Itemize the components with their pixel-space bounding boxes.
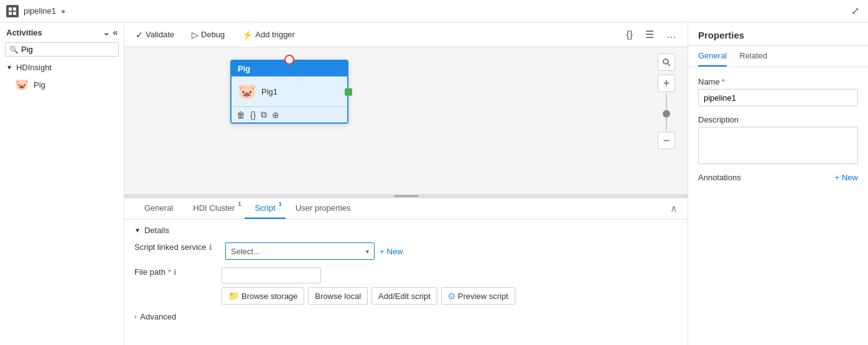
debug-button[interactable]: ▷ Debug	[188, 27, 228, 42]
properties-tabs: General Related	[688, 46, 868, 67]
activity-right-connector	[345, 88, 352, 96]
sidebar-item-pig[interactable]: 🐷 Pig ⋮⋮⋮	[0, 75, 124, 94]
debug-icon: ▷	[192, 30, 198, 40]
hdi-cluster-badge: 1	[238, 201, 241, 207]
delete-icon[interactable]: 🗑	[236, 110, 245, 120]
browse-storage-label: Browse storage	[241, 292, 297, 301]
script-linked-service-row: Script linked service ℹ Select... ▾ + Ne…	[134, 242, 678, 260]
validate-button[interactable]: ✓ Validate	[132, 27, 178, 42]
list-view-button[interactable]: ☰	[642, 27, 658, 42]
preview-script-label: Preview script	[458, 292, 508, 301]
activity-top-connector	[284, 55, 294, 65]
script-linked-service-info-icon[interactable]: ℹ	[209, 243, 212, 252]
copy-icon[interactable]: ⧉	[261, 109, 267, 120]
bottom-content: ▼ Details Script linked service ℹ Select…	[124, 219, 688, 328]
activity-card-pig1[interactable]: Pig 🐷 Pig1 🗑 {} ⧉ ⊕	[230, 60, 348, 124]
more-options-button[interactable]: …	[663, 27, 680, 42]
properties-tab-general[interactable]: General	[698, 46, 727, 67]
properties-content: Name * Description Annotations + New	[688, 67, 868, 345]
script-linked-service-select[interactable]: Select... ▾	[225, 242, 375, 260]
browse-storage-icon: 📁	[228, 291, 239, 301]
unsaved-dot: ●	[61, 7, 65, 15]
pig-icon: 🐷	[15, 78, 29, 91]
code-view-button[interactable]: {}	[622, 27, 637, 42]
tab-script[interactable]: Script 1	[245, 198, 285, 219]
collapse-icon[interactable]: «	[113, 27, 118, 37]
add-edit-script-button[interactable]: Add/Edit script	[371, 287, 437, 305]
file-path-input[interactable]	[222, 267, 321, 283]
annotations-label: Annotations	[698, 173, 741, 182]
zoom-slider-track	[666, 93, 667, 131]
name-field: Name *	[698, 77, 858, 106]
file-path-buttons: 📁 Browse storage Browse local Add/Edit s…	[222, 287, 515, 305]
zoom-out-button[interactable]: −	[658, 132, 675, 149]
browse-local-label: Browse local	[315, 292, 361, 301]
debug-label: Debug	[201, 30, 225, 39]
filter-icon[interactable]: ⌄	[103, 27, 110, 37]
tab-user-properties[interactable]: User properties	[286, 198, 361, 219]
required-star: *	[168, 267, 171, 277]
plus-icon: +	[380, 247, 385, 256]
svg-rect-2	[9, 12, 12, 15]
svg-point-4	[663, 59, 668, 64]
browse-storage-button[interactable]: 📁 Browse storage	[222, 287, 304, 305]
browse-local-button[interactable]: Browse local	[308, 287, 368, 305]
canvas-search-button[interactable]	[658, 53, 675, 71]
new-annotation-button[interactable]: + New	[834, 173, 858, 182]
annotations-header: Annotations + New	[698, 173, 858, 182]
script-badge: 1	[279, 201, 282, 207]
bottom-tabs: General HDI Cluster 1 Script 1 User prop…	[124, 198, 688, 219]
svg-line-5	[668, 64, 671, 67]
sidebar-header: Activities ⌄ «	[0, 22, 124, 42]
trigger-icon: ⚡	[242, 30, 253, 40]
svg-rect-0	[9, 7, 12, 11]
sidebar-header-icons: ⌄ «	[103, 27, 118, 37]
connect-icon[interactable]: ⊕	[272, 110, 279, 120]
preview-icon: ⊙	[448, 291, 455, 301]
name-input[interactable]	[698, 89, 858, 106]
code-icon[interactable]: {}	[250, 110, 256, 120]
expand-button[interactable]: ⤢	[849, 4, 862, 18]
zoom-in-button[interactable]: +	[658, 75, 675, 92]
tab-hdi-cluster[interactable]: HDI Cluster 1	[183, 198, 245, 219]
zoom-slider-thumb[interactable]	[663, 110, 670, 117]
select-chevron-icon: ▾	[366, 248, 369, 255]
name-label: Name *	[698, 77, 858, 86]
details-section-header[interactable]: ▼ Details	[134, 226, 678, 235]
search-input[interactable]	[21, 45, 126, 54]
tab-general-label: General	[144, 203, 173, 213]
tab-hdi-cluster-label: HDI Cluster	[193, 203, 235, 213]
sidebar-item-pig-label: Pig	[34, 80, 88, 90]
sidebar-search-box: 🔍	[5, 42, 119, 57]
properties-title: Properties	[688, 22, 868, 46]
description-input[interactable]	[698, 127, 858, 164]
add-edit-script-label: Add/Edit script	[378, 292, 431, 301]
script-linked-service-label: Script linked service ℹ	[134, 242, 215, 252]
canvas-toolbar: ✓ Validate ▷ Debug ⚡ Add trigger {} ☰ …	[124, 22, 688, 47]
resize-handle	[394, 195, 419, 197]
search-icon: 🔍	[9, 45, 19, 54]
preview-script-button[interactable]: ⊙ Preview script	[441, 287, 515, 305]
bottom-panel: General HDI Cluster 1 Script 1 User prop…	[124, 198, 688, 345]
add-trigger-label: Add trigger	[255, 30, 295, 39]
new-annotation-label: New	[842, 173, 858, 182]
top-bar-actions: ⤢	[849, 4, 862, 18]
top-bar: pipeline1 ● ⤢	[0, 0, 868, 22]
sidebar-category-hdinsight[interactable]: ▼ HDInsight	[0, 60, 124, 75]
close-bottom-panel-button[interactable]: ∧	[670, 203, 678, 214]
svg-rect-1	[13, 7, 16, 11]
new-label: New	[387, 247, 403, 256]
new-linked-service-button[interactable]: + New	[380, 247, 403, 256]
pig-activity-icon: 🐷	[238, 83, 256, 100]
properties-tab-related[interactable]: Related	[739, 46, 767, 67]
activity-card-name: Pig1	[261, 87, 278, 96]
select-placeholder: Select...	[231, 247, 260, 256]
app-icon	[6, 5, 19, 17]
pipeline-canvas[interactable]: + − Pig 🐷 Pig1 🗑 {} ⧉ ⊕	[124, 47, 688, 194]
file-path-info-icon[interactable]: ℹ	[174, 268, 177, 277]
advanced-section[interactable]: › Advanced	[134, 312, 678, 321]
tab-general[interactable]: General	[134, 198, 183, 219]
add-trigger-button[interactable]: ⚡ Add trigger	[238, 27, 299, 42]
details-label: Details	[144, 226, 169, 235]
file-path-row: File path * ℹ 📁 Browse storage Br	[134, 267, 678, 305]
